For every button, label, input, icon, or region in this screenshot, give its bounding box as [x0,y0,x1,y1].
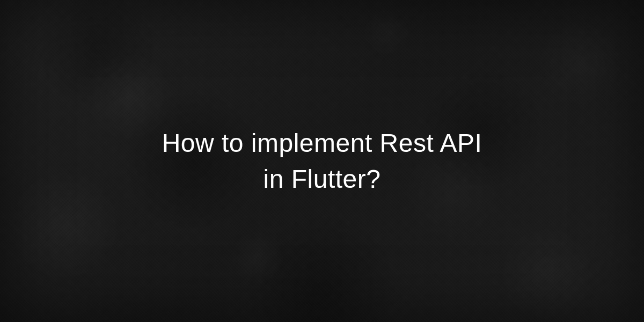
title-line-1: How to implement Rest API [162,129,482,157]
chalkboard-background: How to implement Rest API in Flutter? [0,0,644,322]
title-line-2: in Flutter? [264,165,381,193]
main-title: How to implement Rest API in Flutter? [162,125,482,197]
